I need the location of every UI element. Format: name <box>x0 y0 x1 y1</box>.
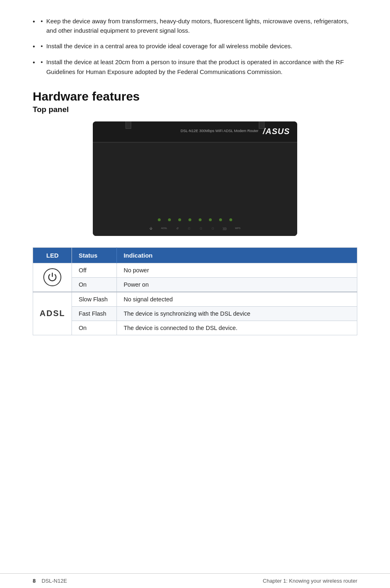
led-label-pwr: ⏻ <box>148 227 155 230</box>
footer-right: Chapter 1: Knowing your wireless router <box>263 578 357 584</box>
header-status: Status <box>72 247 117 263</box>
status-off: Off <box>72 263 117 277</box>
led-dot-7 <box>219 218 222 221</box>
led-dot-4 <box>188 218 191 221</box>
table-header-row: LED Status Indication <box>33 247 357 263</box>
antenna-right <box>259 121 264 129</box>
footer-page-number: 8 <box>33 578 36 584</box>
led-labels: ⏻ ADSL ↺ □ □ □ )))) WPS <box>93 227 297 230</box>
led-dot-5 <box>199 218 202 221</box>
status-on-adsl: On <box>72 321 117 335</box>
bullet-dot: • <box>41 57 47 67</box>
led-label-3: ↺ <box>174 227 181 230</box>
bullet-item-3: • Install the device at least 20cm from … <box>33 57 357 76</box>
led-label-wifi: )))) <box>221 227 229 230</box>
bullet-list: • Keep the device away from transformers… <box>33 16 357 76</box>
indication-power-on: Power on <box>117 277 357 292</box>
router-antennas <box>93 121 297 129</box>
page-footer: 8 DSL-N12E Chapter 1: Knowing your wirel… <box>0 573 390 588</box>
router-body: ⏻ ADSL ↺ □ □ □ )))) WPS <box>93 143 297 236</box>
table-row: Fast Flash The device is synchronizing w… <box>33 306 357 321</box>
antenna-left <box>126 121 131 129</box>
router-image: DSL-N12E 300Mbps WiFi ADSL Modem Router … <box>93 121 297 236</box>
indication-on-adsl: The device is connected to the DSL devic… <box>117 321 357 335</box>
led-dot-3 <box>178 218 181 221</box>
section-title: Hardware features <box>33 90 357 103</box>
footer-device: DSL-N12E <box>37 578 67 584</box>
router-image-container: DSL-N12E 300Mbps WiFi ADSL Modem Router … <box>33 121 357 236</box>
led-label-5: □ <box>197 227 205 230</box>
sub-title: Top panel <box>33 105 357 114</box>
router-model-text: DSL-N12E 300Mbps WiFi ADSL Modem Router <box>181 129 258 133</box>
page-content: • Keep the device away from transformers… <box>0 0 390 368</box>
led-label-4: □ <box>186 227 193 230</box>
table-row: Off No power <box>33 263 357 277</box>
status-slow-flash: Slow Flash <box>72 292 117 307</box>
table-row: On Power on <box>33 277 357 292</box>
table-row: ADSL Slow Flash No signal detected <box>33 292 357 307</box>
led-label-wps: WPS <box>233 227 243 230</box>
status-fast-flash: Fast Flash <box>72 306 117 321</box>
adsl-led-cell: ADSL <box>33 292 72 335</box>
bullet-item-2: • Install the device in a central area t… <box>33 41 357 52</box>
indication-fast-flash: The device is synchronizing with the DSL… <box>117 306 357 321</box>
led-dot-6 <box>209 218 212 221</box>
table-row: On The device is connected to the DSL de… <box>33 321 357 335</box>
status-on-power: On <box>72 277 117 292</box>
led-label-adsl: ADSL <box>159 227 169 230</box>
indication-slow-flash: No signal detected <box>117 292 357 307</box>
led-dot-1 <box>158 218 161 221</box>
power-led-cell <box>33 263 72 292</box>
led-dot-8 <box>229 218 232 221</box>
led-strip <box>93 218 297 221</box>
bullet-dot: • <box>41 16 47 26</box>
header-led: LED <box>33 247 72 263</box>
led-table: LED Status Indication Off No power <box>33 247 357 335</box>
power-icon <box>43 268 61 286</box>
led-dot-2 <box>168 218 171 221</box>
bullet-dot: • <box>41 41 47 51</box>
led-label-6: □ <box>209 227 217 230</box>
adsl-label: ADSL <box>40 309 65 318</box>
header-indication: Indication <box>117 247 357 263</box>
bullet-item-1: • Keep the device away from transformers… <box>33 16 357 36</box>
indication-no-power: No power <box>117 263 357 277</box>
footer-left: 8 DSL-N12E <box>33 578 67 584</box>
